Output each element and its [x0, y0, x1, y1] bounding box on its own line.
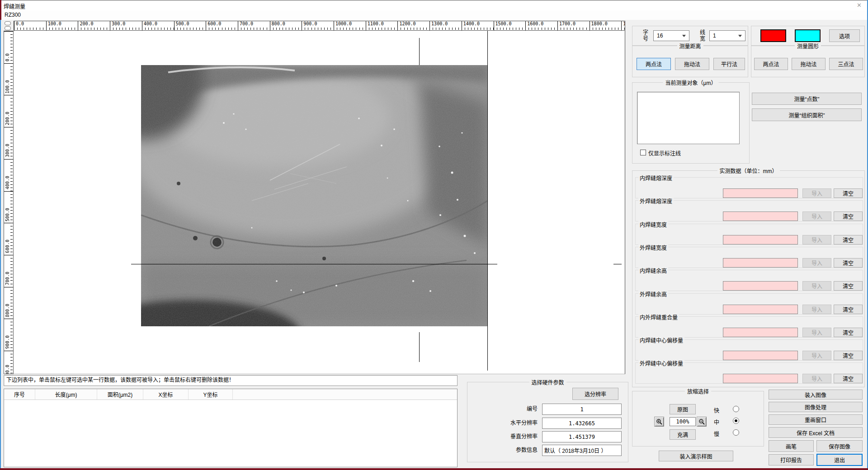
- hardware-params-group: 选择硬件参数 选分辨率 编号 1 水平分辨率 1.432665 垂直分辨率 1.…: [467, 382, 628, 462]
- zoom-panel-title: 放缩选择: [685, 387, 711, 395]
- clear-button[interactable]: 清空: [834, 281, 863, 291]
- h-ruler-tick: 1800.0: [590, 21, 608, 30]
- measured-value-field[interactable]: [723, 328, 798, 337]
- measured-value-field[interactable]: [723, 258, 798, 268]
- column-header-index[interactable]: 序号: [4, 389, 35, 400]
- chevron-down-icon: [682, 35, 686, 37]
- clear-button[interactable]: 清空: [834, 351, 863, 360]
- clear-button[interactable]: 清空: [834, 212, 863, 221]
- import-button[interactable]: 导入: [802, 235, 831, 244]
- print-report-button[interactable]: 打印报告: [769, 454, 814, 465]
- menu-item-rz300[interactable]: RZ300: [5, 12, 21, 18]
- measured-row: 内焊缝熔深度导入清空: [635, 177, 863, 198]
- measured-value-field[interactable]: [723, 212, 798, 221]
- circle-three-point-button[interactable]: 三点法: [829, 58, 863, 70]
- image-process-button[interactable]: 图像处理: [769, 402, 863, 412]
- zoom-percent-field[interactable]: 100%: [670, 417, 696, 426]
- v-ruler-label: 100.0: [5, 65, 10, 94]
- measured-row-label: 外焊缝中心偏移量: [638, 359, 684, 367]
- circle-drag-button[interactable]: 拖动法: [792, 58, 826, 70]
- column-header-y[interactable]: Y坐标: [189, 389, 233, 400]
- import-button[interactable]: 导入: [802, 374, 831, 383]
- load-image-button[interactable]: 装入图像: [769, 390, 863, 400]
- save-excel-button[interactable]: 保存 Excel 文档: [769, 427, 863, 438]
- hw-label-number: 编号: [470, 404, 538, 415]
- distance-parallel-button[interactable]: 平行法: [713, 58, 745, 70]
- import-button[interactable]: 导入: [802, 212, 831, 221]
- v-ruler-tick: 1000.0: [4, 351, 13, 374]
- font-size-dropdown[interactable]: 16: [653, 30, 689, 41]
- speed-slow-radio[interactable]: [733, 429, 739, 436]
- select-resolution-button[interactable]: 选分辨率: [572, 388, 618, 400]
- options-button[interactable]: 选项: [829, 29, 860, 42]
- data-table[interactable]: 序号 长度(μm) 面积(μm2) X坐标 Y坐标: [4, 389, 458, 467]
- import-button[interactable]: 导入: [802, 328, 831, 337]
- column-header-x[interactable]: X坐标: [143, 389, 189, 400]
- speed-slow-label: 慢: [714, 430, 719, 437]
- fit-button[interactable]: 充满: [670, 429, 696, 440]
- measure-circle-group: 测量圆形 两点法 拖动法 三点法: [751, 46, 865, 77]
- measured-value-field[interactable]: [723, 235, 798, 244]
- zoom-out-button[interactable]: [697, 417, 707, 427]
- measured-value-field[interactable]: [723, 188, 798, 198]
- speed-fast-radio[interactable]: [733, 406, 739, 412]
- distance-drag-button[interactable]: 拖动法: [675, 58, 709, 70]
- v-ruler-tick: 100.0: [4, 63, 13, 95]
- v-ruler-label: 800.0: [5, 288, 10, 317]
- measured-row: 内焊缝中心偏移量导入清空: [635, 339, 863, 361]
- measured-row: 外焊缝宽度导入清空: [635, 247, 863, 268]
- measure-points-button[interactable]: 测量“点数”: [752, 93, 862, 105]
- measured-value-field[interactable]: [723, 305, 798, 314]
- window-border-bottom: [0, 468, 868, 470]
- import-button[interactable]: 导入: [802, 351, 831, 360]
- clear-button[interactable]: 清空: [834, 374, 863, 383]
- pen-button[interactable]: 画笔: [769, 440, 814, 452]
- color-swatch-primary[interactable]: [760, 29, 786, 42]
- line-width-dropdown[interactable]: 1: [709, 30, 745, 41]
- distance-two-point-button[interactable]: 两点法: [637, 58, 671, 70]
- column-header-length[interactable]: 长度(μm): [35, 389, 97, 400]
- measure-area-button[interactable]: 测量“组织面积”: [752, 108, 862, 121]
- h-ruler-tick: 500.0: [174, 21, 189, 30]
- save-image-button[interactable]: 保存图像: [816, 440, 863, 452]
- speed-medium-radio[interactable]: [733, 418, 739, 424]
- clear-button[interactable]: 清空: [834, 305, 863, 314]
- measured-value-field[interactable]: [723, 281, 798, 291]
- hw-label-paraminfo: 参数信息: [470, 445, 538, 456]
- import-button[interactable]: 导入: [802, 281, 831, 291]
- measured-value-field[interactable]: [723, 351, 798, 360]
- show-annotation-only-label: 仅显示标注线: [648, 149, 681, 157]
- v-ruler-label: 1000.0: [5, 352, 10, 374]
- v-ruler-label: 500.0: [5, 193, 10, 221]
- weld-photo[interactable]: [141, 65, 488, 326]
- import-button[interactable]: 导入: [802, 188, 831, 198]
- chevron-down-icon: [738, 35, 742, 37]
- v-ruler-label: 900.0: [5, 320, 10, 349]
- clear-button[interactable]: 清空: [834, 328, 863, 337]
- hw-field-paraminfo[interactable]: 默认（ 2018年3月10日 ）: [542, 445, 622, 456]
- redraw-window-button[interactable]: 重画窗口: [769, 414, 863, 425]
- column-header-area[interactable]: 面积(μm2): [97, 389, 143, 400]
- clear-button[interactable]: 清空: [834, 188, 863, 198]
- exit-button[interactable]: 退出: [816, 454, 863, 466]
- measured-value-field[interactable]: [723, 374, 798, 383]
- import-button[interactable]: 导入: [802, 305, 831, 314]
- show-annotation-only-checkbox[interactable]: [640, 150, 646, 155]
- original-size-button[interactable]: 原图: [670, 404, 696, 414]
- hw-field-number[interactable]: 1: [542, 404, 622, 415]
- hw-field-vres[interactable]: 1.451379: [542, 431, 622, 442]
- color-swatch-secondary[interactable]: [795, 29, 821, 42]
- ruler-corner-box: [5, 21, 11, 25]
- clear-button[interactable]: 清空: [834, 235, 863, 244]
- hw-field-hres[interactable]: 1.432665: [542, 418, 622, 429]
- h-ruler-tick: 700.0: [238, 21, 253, 30]
- v-ruler-tick: 0.0: [4, 31, 13, 63]
- speed-fast-label: 快: [714, 406, 719, 414]
- circle-two-point-button[interactable]: 两点法: [754, 58, 788, 70]
- load-demo-image-button[interactable]: 装入演示样图: [659, 451, 733, 461]
- clear-button[interactable]: 清空: [834, 258, 863, 268]
- measured-row: 内外焊缝重合量导入清空: [635, 316, 863, 338]
- close-icon[interactable]: ✕: [857, 2, 862, 9]
- zoom-in-button[interactable]: [654, 417, 664, 427]
- import-button[interactable]: 导入: [802, 258, 831, 268]
